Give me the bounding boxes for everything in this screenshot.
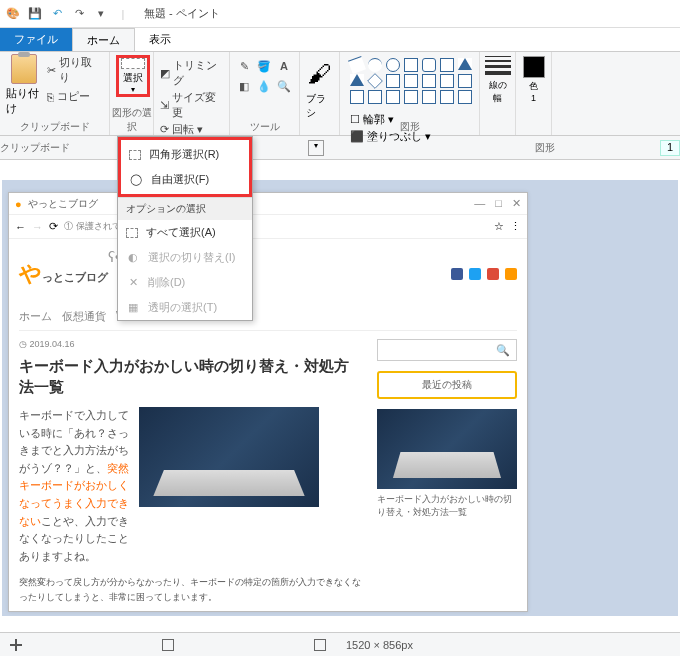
group-label: ツール	[230, 120, 299, 134]
line-width-button[interactable]	[485, 56, 511, 75]
paste-button[interactable]: 貼り付け	[6, 54, 42, 116]
article-image	[139, 407, 319, 507]
sec-clipboard: クリップボード	[0, 141, 70, 155]
group-label: 図形の選択	[110, 106, 153, 134]
article-date: ◷ 2019.04.16	[19, 339, 363, 349]
select-dropdown: 四角形選択(R) ◯自由選択(F) オプションの選択 すべて選択(A) ◐選択の…	[117, 136, 253, 321]
expand-icon[interactable]: ▾	[308, 140, 324, 156]
browser-tab[interactable]: やっとこブログ	[28, 197, 98, 211]
cursor-pos-icon	[10, 639, 22, 651]
forward-icon[interactable]: →	[32, 221, 43, 233]
delete-icon: ✕	[126, 276, 140, 290]
free-select-icon: ◯	[129, 173, 143, 187]
menu-icon[interactable]: ⋮	[510, 220, 521, 233]
rect-select-icon	[129, 150, 141, 160]
favicon: ●	[15, 198, 22, 210]
copy-icon: ⎘	[47, 91, 54, 103]
qat-dropdown-icon[interactable]: ▾	[92, 5, 110, 23]
invert-select-item[interactable]: ◐選択の切り替え(I)	[118, 245, 252, 270]
titlebar: 🎨 💾 ↶ ↷ ▾ | 無題 - ペイント	[0, 0, 680, 28]
select-icon	[121, 58, 145, 69]
article-text: キーボードで入力している時に「あれ？さっきまでと入力方法がちがうゾ？？」と、突然…	[19, 407, 129, 565]
crop-icon: ◩	[160, 67, 170, 80]
select-button[interactable]: 選択 ▾	[116, 55, 150, 97]
color-index[interactable]: 1	[660, 140, 680, 156]
color-label: 色 1	[529, 80, 538, 103]
tab-home[interactable]: ホーム	[72, 28, 135, 51]
zoom-icon[interactable]: 🔍	[276, 78, 292, 94]
brush-button[interactable]: 🖌	[306, 56, 334, 92]
brush-label: ブラシ	[306, 92, 333, 120]
eraser-icon[interactable]: ◧	[236, 78, 252, 94]
paste-label: 貼り付け	[6, 86, 42, 116]
nav-link[interactable]: ホーム	[19, 309, 52, 324]
paste-icon	[11, 54, 37, 84]
color1-swatch[interactable]	[523, 56, 545, 78]
shapes-gallery[interactable]	[346, 54, 473, 108]
text-icon[interactable]: A	[276, 58, 292, 74]
copy-button[interactable]: ⎘コピー	[46, 88, 103, 105]
selection-size-icon	[162, 639, 174, 651]
twitter-icon[interactable]	[469, 268, 481, 280]
select-label: 選択	[123, 71, 143, 85]
maximize-icon[interactable]: □	[495, 197, 502, 210]
group-label: 図形	[340, 120, 479, 134]
pencil-icon[interactable]: ✎	[236, 58, 252, 74]
resize-icon: ⇲	[160, 99, 169, 112]
ribbon: 貼り付け ✂切り取り ⎘コピー クリップボード 選択 ▾ 図形の選択 ◩トリミン…	[0, 52, 680, 136]
facebook-icon[interactable]	[451, 268, 463, 280]
browser-window: ● やっとこブログ — □ ✕ ← → ⟳ ① 保護されていない… ☆ ⋮ やっ…	[8, 192, 528, 612]
star-icon[interactable]: ☆	[494, 220, 504, 233]
sidebar-caption[interactable]: キーボード入力がおかしい時の切り替え・対処方法一覧	[377, 493, 517, 518]
invert-icon: ◐	[126, 251, 140, 265]
article-title: キーボード入力がおかしい時の切り替え・対処方法一覧	[19, 355, 363, 397]
rotate-button[interactable]: ⟳回転 ▾	[160, 122, 223, 137]
transparent-icon: ▦	[126, 301, 140, 315]
bucket-icon[interactable]: 🪣	[256, 58, 272, 74]
delete-item[interactable]: ✕削除(D)	[118, 270, 252, 295]
group-label: クリップボード	[0, 120, 109, 134]
canvas-area[interactable]: ● やっとこブログ — □ ✕ ← → ⟳ ① 保護されていない… ☆ ⋮ やっ…	[2, 180, 678, 616]
scissors-icon: ✂	[47, 64, 56, 77]
site-nav: ホーム 仮想通貨 WordPre	[19, 309, 517, 331]
cut-button[interactable]: ✂切り取り	[46, 54, 103, 86]
canvas-dimensions: 1520 × 856px	[346, 639, 413, 651]
rect-select-item[interactable]: 四角形選択(R)	[121, 142, 249, 167]
minimize-icon[interactable]: —	[474, 197, 485, 210]
nav-link[interactable]: 仮想通貨	[62, 309, 106, 324]
statusbar: 1520 × 856px	[0, 632, 680, 656]
sec-shapes: 図形	[480, 141, 610, 155]
search-icon: 🔍	[496, 344, 510, 357]
close-icon[interactable]: ✕	[512, 197, 521, 210]
transparent-item[interactable]: ▦透明の選択(T)	[118, 295, 252, 320]
article-text2: 突然変わって戻し方が分からなかったり、キーボードの特定の箇所が入力できなくなった…	[19, 575, 363, 604]
trim-button[interactable]: ◩トリミング	[160, 58, 223, 88]
window-title: 無題 - ペイント	[144, 6, 220, 21]
sidebar-image[interactable]	[377, 409, 517, 489]
rss-icon[interactable]	[505, 268, 517, 280]
undo-icon[interactable]: ↶	[48, 5, 66, 23]
lines-label: 線の幅	[486, 79, 509, 105]
dd-options-title: オプションの選択	[118, 197, 252, 220]
back-icon[interactable]: ←	[15, 221, 26, 233]
free-select-item[interactable]: ◯自由選択(F)	[121, 167, 249, 192]
recent-posts-button[interactable]: 最近の投稿	[377, 371, 517, 399]
canvas-size-icon	[314, 639, 326, 651]
ribbon-tabs: ファイル ホーム 表示	[0, 28, 680, 52]
picker-icon[interactable]: 💧	[256, 78, 272, 94]
redo-icon[interactable]: ↷	[70, 5, 88, 23]
select-all-item[interactable]: すべて選択(A)	[118, 220, 252, 245]
select-all-icon	[126, 228, 138, 238]
secondary-row: クリップボード ▾ 図形 1	[0, 136, 680, 160]
reload-icon[interactable]: ⟳	[49, 220, 58, 233]
app-icon: 🎨	[4, 5, 22, 23]
resize-button[interactable]: ⇲サイズ変更	[160, 90, 223, 120]
tab-file[interactable]: ファイル	[0, 28, 72, 51]
save-icon[interactable]: 💾	[26, 5, 44, 23]
tab-view[interactable]: 表示	[135, 28, 185, 51]
rotate-icon: ⟳	[160, 123, 169, 136]
gplus-icon[interactable]	[487, 268, 499, 280]
site-logo[interactable]: やっとこブログ	[19, 259, 108, 289]
search-box[interactable]: 🔍	[377, 339, 517, 361]
